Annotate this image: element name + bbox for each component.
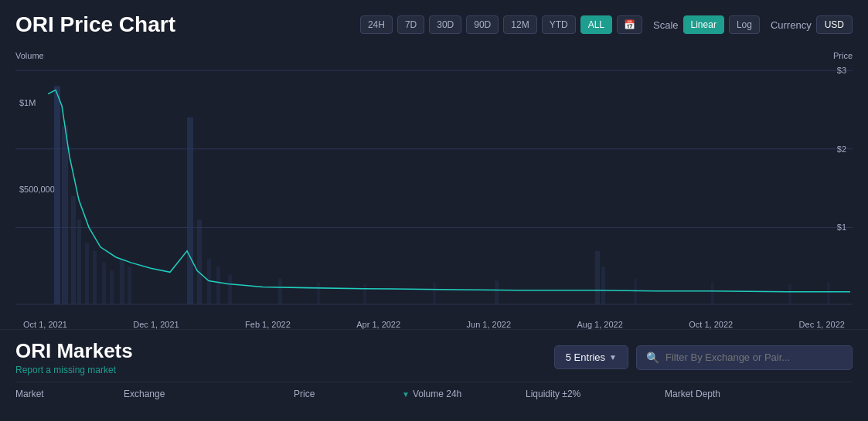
scale-linear-btn[interactable]: Linear: [683, 15, 724, 34]
svg-rect-34: [827, 283, 830, 304]
search-input[interactable]: [665, 351, 842, 363]
report-missing-market[interactable]: Report a missing market: [15, 365, 133, 375]
svg-rect-15: [102, 263, 106, 304]
chart-area: Volume Price $3 $2 $1 $1M $500,000: [15, 43, 853, 329]
markets-title: ORI Markets: [15, 339, 133, 363]
svg-rect-28: [495, 280, 499, 304]
svg-rect-25: [317, 283, 320, 304]
time-btn-7d[interactable]: 7D: [397, 15, 424, 34]
svg-rect-31: [634, 278, 637, 304]
x-label-dec2022: Dec 1, 2022: [799, 320, 845, 329]
search-icon: 🔍: [646, 351, 659, 364]
x-label-feb2022: Feb 1, 2022: [245, 320, 291, 329]
svg-rect-10: [62, 125, 68, 304]
time-btn-all[interactable]: ALL: [580, 15, 612, 34]
x-label-dec2021: Dec 1, 2021: [133, 320, 179, 329]
scale-log-btn[interactable]: Log: [729, 15, 760, 34]
svg-rect-19: [187, 117, 193, 304]
markets-title-block: ORI Markets Report a missing market: [15, 339, 133, 375]
svg-text:$500,000: $500,000: [19, 185, 55, 194]
svg-rect-24: [278, 278, 282, 304]
svg-rect-16: [110, 270, 114, 304]
th-exchange: Exchange: [124, 389, 294, 399]
chart-title: ORI Price Chart: [15, 12, 175, 37]
svg-rect-20: [197, 219, 202, 304]
search-box: 🔍: [636, 345, 853, 370]
time-btn-24h[interactable]: 24H: [360, 15, 393, 34]
th-depth: Market Depth: [665, 389, 853, 399]
chart-svg: $3 $2 $1 $1M $500,000: [15, 63, 853, 306]
price-axis-label: Price: [833, 51, 853, 60]
chart-controls: 24H 7D 30D 90D 12M YTD ALL 📅 Scale Linea…: [360, 15, 853, 34]
chart-section: ORI Price Chart 24H 7D 30D 90D 12M YTD A…: [0, 0, 868, 329]
x-axis-labels: Oct 1, 2021 Dec 1, 2021 Feb 1, 2022 Apr …: [15, 310, 853, 329]
svg-rect-14: [93, 251, 97, 304]
markets-section: ORI Markets Report a missing market 5 En…: [0, 329, 868, 406]
entries-label: 5 Entries: [566, 351, 605, 363]
sort-arrow-icon: ▼: [402, 390, 410, 399]
svg-rect-27: [433, 283, 436, 304]
x-label-apr2022: Apr 1, 2022: [356, 320, 400, 329]
svg-rect-29: [595, 251, 600, 304]
svg-text:$1M: $1M: [19, 98, 36, 107]
x-label-oct2021: Oct 1, 2021: [23, 320, 67, 329]
x-label-jun2022: Jun 1, 2022: [467, 320, 512, 329]
x-label-aug2022: Aug 1, 2022: [577, 320, 622, 329]
time-btn-12m[interactable]: 12M: [503, 15, 536, 34]
th-liquidity: Liquidity ±2%: [526, 389, 665, 399]
svg-rect-26: [363, 284, 366, 304]
calendar-btn[interactable]: 📅: [617, 15, 642, 34]
svg-rect-17: [120, 259, 124, 304]
svg-text:$3: $3: [837, 66, 846, 75]
table-header: Market Exchange Price ▼ Volume 24h Liqui…: [15, 382, 853, 406]
markets-header: ORI Markets Report a missing market 5 En…: [15, 339, 853, 375]
volume-axis-label: Volume: [15, 51, 44, 60]
svg-rect-18: [128, 267, 131, 304]
markets-controls: 5 Entries ▼ 🔍: [554, 345, 853, 370]
svg-rect-11: [71, 196, 76, 304]
svg-rect-13: [85, 243, 89, 304]
chevron-down-icon: ▼: [609, 353, 617, 362]
chart-header: ORI Price Chart 24H 7D 30D 90D 12M YTD A…: [15, 12, 853, 37]
svg-rect-12: [77, 219, 81, 304]
entries-button[interactable]: 5 Entries ▼: [554, 345, 628, 369]
time-btn-90d[interactable]: 90D: [466, 15, 499, 34]
svg-rect-33: [788, 284, 791, 304]
svg-rect-30: [601, 267, 605, 304]
time-btn-ytd[interactable]: YTD: [542, 15, 576, 34]
svg-text:$2: $2: [837, 144, 846, 154]
th-market: Market: [15, 389, 124, 399]
svg-rect-9: [54, 86, 60, 304]
th-price: Price: [294, 389, 402, 399]
th-volume: ▼ Volume 24h: [402, 389, 526, 399]
svg-text:$1: $1: [837, 222, 846, 232]
currency-btn[interactable]: USD: [816, 15, 853, 34]
svg-rect-22: [216, 267, 220, 304]
svg-rect-23: [228, 274, 232, 304]
scale-label: Scale: [653, 19, 679, 31]
x-label-oct2022: Oct 1, 2022: [689, 320, 733, 329]
th-volume-label: Volume 24h: [413, 389, 461, 399]
svg-rect-32: [711, 283, 714, 304]
chart-svg-container: $3 $2 $1 $1M $500,000: [15, 63, 853, 306]
time-btn-30d[interactable]: 30D: [429, 15, 461, 34]
currency-label: Currency: [771, 19, 812, 31]
